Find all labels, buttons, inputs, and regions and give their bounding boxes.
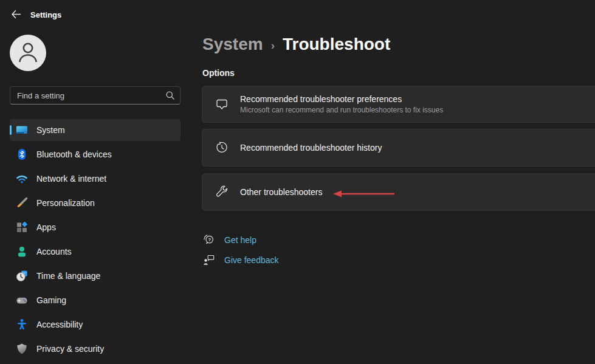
gaming-icon bbox=[16, 294, 28, 306]
apps-icon bbox=[16, 221, 28, 233]
svg-text:?: ? bbox=[208, 237, 211, 242]
bluetooth-icon bbox=[16, 148, 28, 160]
history-icon bbox=[215, 141, 229, 154]
sidebar-item-label: Time & language bbox=[36, 271, 100, 281]
system-icon bbox=[16, 124, 28, 136]
sidebar-item-time-language[interactable]: Time & language bbox=[10, 265, 181, 287]
red-annotation-arrow bbox=[333, 190, 396, 198]
sidebar-item-accessibility[interactable]: Accessibility bbox=[10, 314, 181, 335]
sidebar-item-privacy-security[interactable]: Privacy & security bbox=[10, 338, 181, 360]
sidebar-nav: System Bluetooth & devices Network & int… bbox=[10, 119, 181, 360]
sidebar-item-label: Apps bbox=[36, 222, 56, 232]
get-help-icon: ? bbox=[203, 234, 215, 246]
sidebar-item-bluetooth-devices[interactable]: Bluetooth & devices bbox=[10, 143, 181, 165]
sidebar-item-label: Privacy & security bbox=[36, 344, 104, 354]
breadcrumb: System › Troubleshoot bbox=[202, 35, 390, 54]
selected-indicator bbox=[10, 125, 12, 135]
sidebar-item-gaming[interactable]: Gaming bbox=[10, 289, 181, 311]
sidebar-item-apps[interactable]: Apps bbox=[10, 216, 181, 238]
sidebar-item-label: Gaming bbox=[36, 295, 66, 305]
sidebar-item-accounts[interactable]: Accounts bbox=[10, 241, 181, 263]
sidebar-item-label: Network & internet bbox=[36, 174, 106, 184]
search-input[interactable] bbox=[10, 86, 181, 105]
accounts-icon bbox=[16, 246, 28, 258]
user-avatar bbox=[10, 35, 46, 71]
sidebar-item-network-internet[interactable]: Network & internet bbox=[10, 168, 181, 190]
sidebar-item-personalization[interactable]: Personalization bbox=[10, 192, 181, 214]
get-help-link[interactable]: ? Get help bbox=[203, 234, 256, 246]
personalization-icon bbox=[16, 197, 28, 209]
comment-icon bbox=[215, 98, 229, 111]
card-recommended-troubleshooter-history[interactable]: Recommended troubleshooter history bbox=[202, 129, 595, 167]
wrench-icon bbox=[215, 185, 229, 199]
network-icon bbox=[16, 173, 28, 185]
options-card-list: Recommended troubleshooter preferences M… bbox=[202, 86, 595, 211]
back-button[interactable] bbox=[7, 8, 24, 22]
card-title: Recommended troubleshooter history bbox=[240, 143, 382, 153]
card-recommended-troubleshooter-preferences[interactable]: Recommended troubleshooter preferences M… bbox=[202, 86, 595, 123]
privacy-security-icon bbox=[16, 343, 28, 355]
back-arrow-icon bbox=[11, 10, 21, 21]
card-title: Recommended troubleshooter preferences bbox=[240, 94, 443, 104]
card-title: Other troubleshooters bbox=[240, 187, 322, 197]
sidebar-item-system[interactable]: System bbox=[10, 119, 181, 141]
sidebar-item-label: Personalization bbox=[36, 198, 95, 208]
breadcrumb-separator-icon: › bbox=[271, 37, 275, 52]
page-title: Troubleshoot bbox=[283, 35, 390, 54]
sidebar-item-label: System bbox=[36, 125, 65, 135]
accessibility-icon bbox=[16, 318, 28, 331]
search-box bbox=[10, 86, 181, 105]
breadcrumb-parent[interactable]: System bbox=[202, 35, 263, 54]
time-language-icon bbox=[16, 270, 28, 282]
give-feedback-label: Give feedback bbox=[224, 255, 279, 265]
card-subtitle: Microsoft can recommend and run troubles… bbox=[240, 106, 443, 114]
app-title: Settings bbox=[30, 10, 61, 19]
give-feedback-icon bbox=[203, 254, 215, 266]
sidebar-item-label: Bluetooth & devices bbox=[36, 149, 112, 159]
get-help-label: Get help bbox=[224, 235, 256, 245]
sidebar-item-label: Accessibility bbox=[36, 320, 83, 329]
person-icon bbox=[16, 39, 40, 67]
section-label: Options bbox=[202, 68, 235, 78]
sidebar-item-label: Accounts bbox=[36, 247, 72, 256]
give-feedback-link[interactable]: Give feedback bbox=[203, 254, 279, 266]
card-other-troubleshooters[interactable]: Other troubleshooters bbox=[202, 173, 595, 211]
